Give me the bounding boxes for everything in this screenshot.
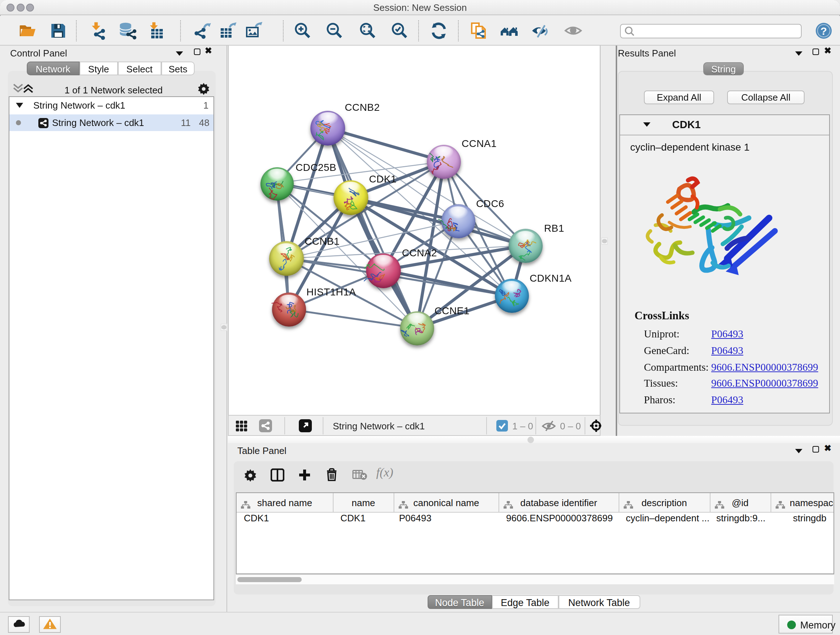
svg-text:?: ? (821, 25, 827, 37)
